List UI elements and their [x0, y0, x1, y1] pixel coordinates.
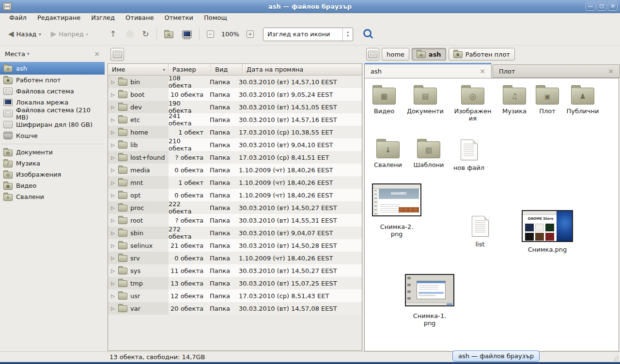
- sidebar-item[interactable]: Изображения: [0, 169, 105, 180]
- file-item-snimka-2-png[interactable]: GUADEC Снимка-2.png: [372, 183, 422, 238]
- expander-icon[interactable]: ▷: [110, 92, 115, 97]
- spinner-icons[interactable]: ▴ ▾: [342, 28, 353, 41]
- tree-row[interactable]: ▷ opt 0 обекта Папка 1.10.2009 (чт) 18,4…: [108, 189, 362, 201]
- expander-icon[interactable]: ▷: [110, 243, 115, 248]
- expander-icon[interactable]: ▷: [110, 230, 115, 236]
- tree-row[interactable]: ▷ tmp 13 обекта Папка 30.03.2010 (вт) 15…: [108, 277, 362, 289]
- tree-row[interactable]: ▷ media 0 обекта Папка 1.10.2009 (чт) 18…: [108, 164, 362, 176]
- file-item-snimka-png[interactable]: GNOME Store Снимка.png: [522, 210, 573, 253]
- expander-icon[interactable]: ▷: [110, 180, 115, 185]
- maximize-button[interactable]: □: [597, 2, 606, 11]
- minimize-button[interactable]: —: [586, 2, 595, 11]
- up-button[interactable]: ↑: [106, 28, 120, 40]
- column-header-type[interactable]: Вид: [211, 64, 243, 75]
- folder-item-desktop[interactable]: Плот: [532, 84, 562, 115]
- expander-icon[interactable]: ▷: [110, 79, 115, 85]
- tree-row[interactable]: ▷ proc 222 обекта Папка 30.03.2010 (вт) …: [108, 201, 362, 214]
- path-button-home[interactable]: home: [382, 48, 409, 61]
- folder-item-public[interactable]: Публични: [562, 84, 603, 115]
- menu-item[interactable]: Отметки: [159, 13, 198, 23]
- file-item-new-file[interactable]: нов файл: [450, 137, 488, 171]
- menu-item[interactable]: Редактиране: [32, 13, 86, 23]
- expander-icon[interactable]: ▷: [110, 293, 115, 299]
- tree-row[interactable]: ▷ dev 190 обекта Папка 30.03.2010 (вт) 1…: [108, 101, 362, 113]
- expander-icon[interactable]: ▷: [110, 142, 115, 148]
- back-dropdown-icon[interactable]: ▾: [39, 32, 41, 37]
- expander-icon[interactable]: ▷: [110, 306, 115, 311]
- expander-icon[interactable]: ▷: [110, 205, 115, 211]
- path-button-desktop[interactable]: Работен плот: [449, 48, 515, 61]
- expander-icon[interactable]: ▷: [110, 268, 115, 273]
- chevron-down-icon[interactable]: ▾: [27, 51, 30, 56]
- expander-icon[interactable]: ▷: [110, 193, 115, 198]
- expander-icon[interactable]: ▷: [110, 256, 115, 261]
- folder-item-downloads[interactable]: Свалени: [371, 137, 405, 168]
- tree-row[interactable]: ▷ sbin 272 обекта Папка 30.03.2010 (вт) …: [108, 227, 362, 239]
- tree-row[interactable]: ▷ bin 108 обекта Папка 30.03.2010 (вт) 1…: [108, 76, 362, 88]
- folder-item-video[interactable]: Видео: [369, 84, 400, 115]
- zoom-in-button[interactable]: +: [243, 29, 257, 40]
- taskbar-window-button[interactable]: ash — файлов браузър: [452, 350, 540, 362]
- forward-dropdown-icon[interactable]: ▾: [86, 32, 89, 37]
- sidebar-item[interactable]: Файлова система: [0, 86, 105, 97]
- sidebar-item[interactable]: Шифриран дял (80 GB): [0, 119, 105, 130]
- tree-root-button[interactable]: [110, 48, 124, 61]
- column-header-name[interactable]: Име ▾: [108, 64, 169, 75]
- sidebar-close-icon[interactable]: ×: [94, 50, 100, 57]
- tab-close-icon[interactable]: ×: [480, 68, 485, 75]
- tree-row[interactable]: ▷ usr 12 обекта Папка 17.03.2010 (ср) 8,…: [108, 289, 362, 302]
- tree-row[interactable]: ▷ mnt 1 обект Папка 1.10.2009 (чт) 18,40…: [108, 176, 362, 189]
- home-button[interactable]: [161, 29, 177, 40]
- file-item-list[interactable]: list: [465, 214, 496, 248]
- expander-icon[interactable]: ▷: [110, 167, 115, 173]
- menu-item[interactable]: Файл: [4, 13, 32, 23]
- sidebar-item[interactable]: Видео: [0, 180, 105, 191]
- file-item-snimka-1-png[interactable]: Снимка-1.png: [404, 274, 455, 327]
- path-button-ash[interactable]: ash: [412, 48, 446, 61]
- tree-row[interactable]: ▷ lib 210 обекта Папка 30.03.2010 (вт) 9…: [108, 138, 362, 151]
- zoom-out-button[interactable]: −: [203, 29, 217, 40]
- menu-item[interactable]: Изглед: [86, 13, 120, 23]
- tree-row[interactable]: ▷ selinux 21 обекта Папка 30.03.2010 (вт…: [108, 239, 362, 252]
- reload-button[interactable]: ↻: [139, 28, 153, 40]
- tab-plot[interactable]: Плот ×: [493, 64, 620, 78]
- sidebar-item[interactable]: Документи: [0, 147, 105, 158]
- folder-item-music[interactable]: Музика: [497, 84, 531, 115]
- tab-close-icon[interactable]: ×: [608, 68, 614, 75]
- tree-row[interactable]: ▷ srv 0 обекта Папка 1.10.2009 (чт) 18,4…: [108, 252, 362, 264]
- tree-row[interactable]: ▷ var 20 обекта Папка 30.03.2010 (вт) 14…: [108, 302, 362, 315]
- forward-button[interactable]: ▶ Напред ▾: [47, 29, 92, 40]
- tree-row[interactable]: ▷ etc 241 обекта Папка 30.03.2010 (вт) 1…: [108, 113, 362, 126]
- tree-row[interactable]: ▷ lost+found ? обекта Папка 17.03.2010 (…: [108, 151, 362, 164]
- sidebar-title[interactable]: Места: [5, 50, 25, 58]
- expander-icon[interactable]: ▷: [110, 155, 115, 160]
- tab-ash[interactable]: ash ×: [364, 63, 492, 78]
- sidebar-item[interactable]: ash: [0, 62, 105, 75]
- view-mode-select[interactable]: Изглед като икони ▴ ▾: [263, 28, 353, 41]
- path-button-filesystem[interactable]: [366, 48, 379, 61]
- sidebar-item[interactable]: Музика: [0, 158, 105, 169]
- sidebar-item[interactable]: Свалени: [0, 191, 105, 202]
- column-header-size[interactable]: Размер: [169, 64, 211, 75]
- column-header-modified[interactable]: Дата на промяна: [243, 64, 362, 75]
- search-button[interactable]: [353, 27, 380, 41]
- folder-item-pictures[interactable]: Изображения: [452, 84, 493, 122]
- expander-icon[interactable]: ▷: [110, 130, 115, 135]
- back-button[interactable]: ◀ Назад ▾: [5, 29, 45, 40]
- folder-item-templates[interactable]: Шаблони: [410, 137, 447, 168]
- sidebar-item[interactable]: Работен плот: [0, 75, 105, 86]
- menu-item[interactable]: Помощ: [199, 13, 232, 23]
- sidebar-item[interactable]: Файлова система (210 MB): [0, 108, 105, 119]
- expander-icon[interactable]: ▷: [110, 105, 115, 110]
- resize-grip[interactable]: [617, 360, 618, 361]
- expander-icon[interactable]: ▷: [110, 218, 115, 223]
- tree-row[interactable]: ▷ home 1 обект Папка 17.03.2010 (ср) 10,…: [108, 126, 362, 138]
- close-button[interactable]: ×: [608, 2, 618, 11]
- stop-button[interactable]: [123, 29, 137, 40]
- tree-row[interactable]: ▷ sys 11 обекта Папка 30.03.2010 (вт) 14…: [108, 264, 362, 277]
- sidebar-item[interactable]: Кошче: [0, 130, 105, 141]
- expander-icon[interactable]: ▷: [110, 117, 115, 122]
- icon-view[interactable]: Видео Документи Изображения Музика Плот …: [364, 78, 619, 351]
- tree-row[interactable]: ▷ root ? обекта Папка 30.03.2010 (вт) 14…: [108, 214, 362, 227]
- folder-item-documents[interactable]: Документи: [403, 84, 448, 115]
